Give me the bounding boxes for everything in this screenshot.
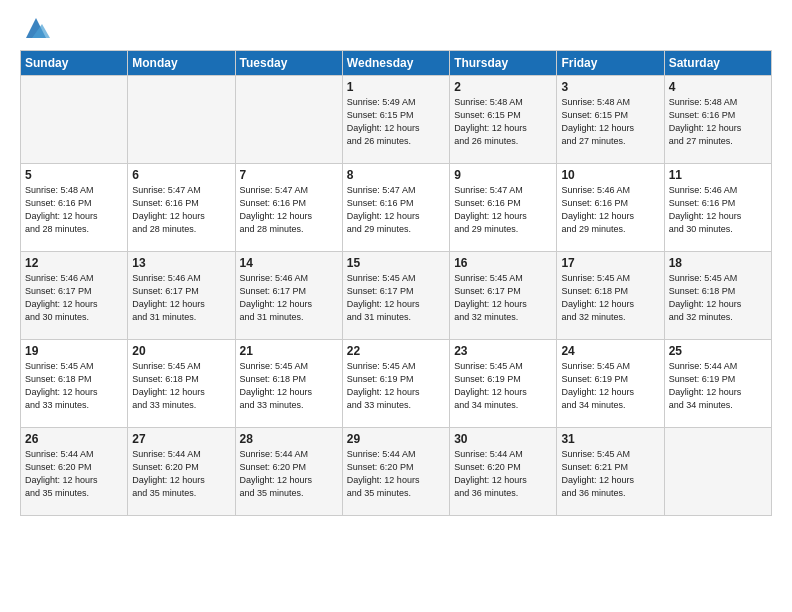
calendar-week-row: 12Sunrise: 5:46 AM Sunset: 6:17 PM Dayli… bbox=[21, 252, 772, 340]
calendar-week-row: 26Sunrise: 5:44 AM Sunset: 6:20 PM Dayli… bbox=[21, 428, 772, 516]
calendar-week-row: 1Sunrise: 5:49 AM Sunset: 6:15 PM Daylig… bbox=[21, 76, 772, 164]
day-number: 1 bbox=[347, 80, 445, 94]
calendar-day-cell: 5Sunrise: 5:48 AM Sunset: 6:16 PM Daylig… bbox=[21, 164, 128, 252]
day-number: 7 bbox=[240, 168, 338, 182]
calendar-day-cell: 3Sunrise: 5:48 AM Sunset: 6:15 PM Daylig… bbox=[557, 76, 664, 164]
calendar-day-cell: 7Sunrise: 5:47 AM Sunset: 6:16 PM Daylig… bbox=[235, 164, 342, 252]
calendar-day-cell: 31Sunrise: 5:45 AM Sunset: 6:21 PM Dayli… bbox=[557, 428, 664, 516]
day-number: 31 bbox=[561, 432, 659, 446]
calendar-day-cell: 27Sunrise: 5:44 AM Sunset: 6:20 PM Dayli… bbox=[128, 428, 235, 516]
day-number: 6 bbox=[132, 168, 230, 182]
day-info: Sunrise: 5:49 AM Sunset: 6:15 PM Dayligh… bbox=[347, 96, 445, 148]
calendar-day-header: Monday bbox=[128, 51, 235, 76]
calendar-day-cell: 18Sunrise: 5:45 AM Sunset: 6:18 PM Dayli… bbox=[664, 252, 771, 340]
calendar-day-cell: 23Sunrise: 5:45 AM Sunset: 6:19 PM Dayli… bbox=[450, 340, 557, 428]
day-number: 25 bbox=[669, 344, 767, 358]
day-number: 16 bbox=[454, 256, 552, 270]
day-info: Sunrise: 5:46 AM Sunset: 6:16 PM Dayligh… bbox=[669, 184, 767, 236]
calendar-day-cell: 29Sunrise: 5:44 AM Sunset: 6:20 PM Dayli… bbox=[342, 428, 449, 516]
calendar-day-cell bbox=[235, 76, 342, 164]
day-number: 22 bbox=[347, 344, 445, 358]
day-number: 26 bbox=[25, 432, 123, 446]
logo bbox=[20, 18, 50, 42]
calendar-day-cell: 2Sunrise: 5:48 AM Sunset: 6:15 PM Daylig… bbox=[450, 76, 557, 164]
calendar-day-cell: 20Sunrise: 5:45 AM Sunset: 6:18 PM Dayli… bbox=[128, 340, 235, 428]
day-number: 23 bbox=[454, 344, 552, 358]
day-number: 11 bbox=[669, 168, 767, 182]
day-info: Sunrise: 5:45 AM Sunset: 6:18 PM Dayligh… bbox=[561, 272, 659, 324]
calendar-day-cell: 17Sunrise: 5:45 AM Sunset: 6:18 PM Dayli… bbox=[557, 252, 664, 340]
day-number: 19 bbox=[25, 344, 123, 358]
calendar-day-cell: 30Sunrise: 5:44 AM Sunset: 6:20 PM Dayli… bbox=[450, 428, 557, 516]
calendar-day-cell: 15Sunrise: 5:45 AM Sunset: 6:17 PM Dayli… bbox=[342, 252, 449, 340]
calendar-day-cell: 12Sunrise: 5:46 AM Sunset: 6:17 PM Dayli… bbox=[21, 252, 128, 340]
day-info: Sunrise: 5:44 AM Sunset: 6:20 PM Dayligh… bbox=[347, 448, 445, 500]
day-info: Sunrise: 5:45 AM Sunset: 6:19 PM Dayligh… bbox=[454, 360, 552, 412]
day-number: 20 bbox=[132, 344, 230, 358]
day-number: 24 bbox=[561, 344, 659, 358]
day-info: Sunrise: 5:44 AM Sunset: 6:20 PM Dayligh… bbox=[454, 448, 552, 500]
day-info: Sunrise: 5:48 AM Sunset: 6:16 PM Dayligh… bbox=[25, 184, 123, 236]
calendar-week-row: 19Sunrise: 5:45 AM Sunset: 6:18 PM Dayli… bbox=[21, 340, 772, 428]
calendar-day-cell: 24Sunrise: 5:45 AM Sunset: 6:19 PM Dayli… bbox=[557, 340, 664, 428]
day-number: 12 bbox=[25, 256, 123, 270]
day-number: 28 bbox=[240, 432, 338, 446]
page: SundayMondayTuesdayWednesdayThursdayFrid… bbox=[0, 0, 792, 534]
day-number: 15 bbox=[347, 256, 445, 270]
day-info: Sunrise: 5:45 AM Sunset: 6:18 PM Dayligh… bbox=[240, 360, 338, 412]
day-number: 14 bbox=[240, 256, 338, 270]
calendar-day-header: Sunday bbox=[21, 51, 128, 76]
day-number: 18 bbox=[669, 256, 767, 270]
day-info: Sunrise: 5:46 AM Sunset: 6:17 PM Dayligh… bbox=[25, 272, 123, 324]
day-info: Sunrise: 5:44 AM Sunset: 6:20 PM Dayligh… bbox=[240, 448, 338, 500]
calendar-day-cell: 1Sunrise: 5:49 AM Sunset: 6:15 PM Daylig… bbox=[342, 76, 449, 164]
day-info: Sunrise: 5:47 AM Sunset: 6:16 PM Dayligh… bbox=[454, 184, 552, 236]
day-info: Sunrise: 5:45 AM Sunset: 6:18 PM Dayligh… bbox=[25, 360, 123, 412]
day-info: Sunrise: 5:44 AM Sunset: 6:20 PM Dayligh… bbox=[132, 448, 230, 500]
day-info: Sunrise: 5:44 AM Sunset: 6:20 PM Dayligh… bbox=[25, 448, 123, 500]
day-number: 13 bbox=[132, 256, 230, 270]
calendar-day-cell: 25Sunrise: 5:44 AM Sunset: 6:19 PM Dayli… bbox=[664, 340, 771, 428]
header bbox=[20, 18, 772, 42]
calendar-day-cell: 6Sunrise: 5:47 AM Sunset: 6:16 PM Daylig… bbox=[128, 164, 235, 252]
calendar-week-row: 5Sunrise: 5:48 AM Sunset: 6:16 PM Daylig… bbox=[21, 164, 772, 252]
day-number: 29 bbox=[347, 432, 445, 446]
day-number: 4 bbox=[669, 80, 767, 94]
calendar-day-header: Tuesday bbox=[235, 51, 342, 76]
calendar-day-cell: 16Sunrise: 5:45 AM Sunset: 6:17 PM Dayli… bbox=[450, 252, 557, 340]
calendar-day-cell bbox=[128, 76, 235, 164]
calendar-table: SundayMondayTuesdayWednesdayThursdayFrid… bbox=[20, 50, 772, 516]
day-info: Sunrise: 5:45 AM Sunset: 6:17 PM Dayligh… bbox=[454, 272, 552, 324]
day-number: 10 bbox=[561, 168, 659, 182]
day-info: Sunrise: 5:45 AM Sunset: 6:21 PM Dayligh… bbox=[561, 448, 659, 500]
calendar-day-cell bbox=[664, 428, 771, 516]
day-info: Sunrise: 5:46 AM Sunset: 6:17 PM Dayligh… bbox=[240, 272, 338, 324]
day-info: Sunrise: 5:44 AM Sunset: 6:19 PM Dayligh… bbox=[669, 360, 767, 412]
day-info: Sunrise: 5:45 AM Sunset: 6:19 PM Dayligh… bbox=[347, 360, 445, 412]
day-info: Sunrise: 5:46 AM Sunset: 6:16 PM Dayligh… bbox=[561, 184, 659, 236]
logo-icon bbox=[22, 14, 50, 42]
day-number: 21 bbox=[240, 344, 338, 358]
calendar-day-cell: 26Sunrise: 5:44 AM Sunset: 6:20 PM Dayli… bbox=[21, 428, 128, 516]
calendar-day-cell: 4Sunrise: 5:48 AM Sunset: 6:16 PM Daylig… bbox=[664, 76, 771, 164]
day-info: Sunrise: 5:48 AM Sunset: 6:15 PM Dayligh… bbox=[561, 96, 659, 148]
day-info: Sunrise: 5:45 AM Sunset: 6:18 PM Dayligh… bbox=[669, 272, 767, 324]
day-info: Sunrise: 5:48 AM Sunset: 6:16 PM Dayligh… bbox=[669, 96, 767, 148]
calendar-day-cell: 11Sunrise: 5:46 AM Sunset: 6:16 PM Dayli… bbox=[664, 164, 771, 252]
day-number: 2 bbox=[454, 80, 552, 94]
calendar-day-cell: 22Sunrise: 5:45 AM Sunset: 6:19 PM Dayli… bbox=[342, 340, 449, 428]
calendar-day-cell: 9Sunrise: 5:47 AM Sunset: 6:16 PM Daylig… bbox=[450, 164, 557, 252]
calendar-day-cell: 21Sunrise: 5:45 AM Sunset: 6:18 PM Dayli… bbox=[235, 340, 342, 428]
day-info: Sunrise: 5:47 AM Sunset: 6:16 PM Dayligh… bbox=[132, 184, 230, 236]
calendar-day-cell: 28Sunrise: 5:44 AM Sunset: 6:20 PM Dayli… bbox=[235, 428, 342, 516]
day-info: Sunrise: 5:48 AM Sunset: 6:15 PM Dayligh… bbox=[454, 96, 552, 148]
day-number: 27 bbox=[132, 432, 230, 446]
day-info: Sunrise: 5:46 AM Sunset: 6:17 PM Dayligh… bbox=[132, 272, 230, 324]
day-info: Sunrise: 5:45 AM Sunset: 6:19 PM Dayligh… bbox=[561, 360, 659, 412]
day-info: Sunrise: 5:47 AM Sunset: 6:16 PM Dayligh… bbox=[240, 184, 338, 236]
calendar-day-cell: 8Sunrise: 5:47 AM Sunset: 6:16 PM Daylig… bbox=[342, 164, 449, 252]
day-info: Sunrise: 5:45 AM Sunset: 6:17 PM Dayligh… bbox=[347, 272, 445, 324]
day-number: 9 bbox=[454, 168, 552, 182]
calendar-header-row: SundayMondayTuesdayWednesdayThursdayFrid… bbox=[21, 51, 772, 76]
calendar-day-cell: 19Sunrise: 5:45 AM Sunset: 6:18 PM Dayli… bbox=[21, 340, 128, 428]
